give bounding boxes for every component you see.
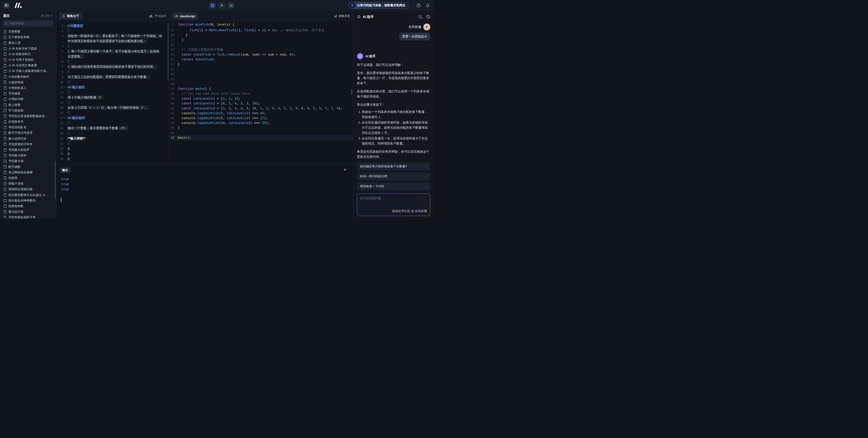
- sidebar-item[interactable]: 最大战力值: [3, 209, 53, 215]
- notifications-button[interactable]: [425, 2, 431, 8]
- history-button[interactable]: [426, 15, 430, 19]
- code-line[interactable]: 30 const catsLevels2 = [6, 5, 4, 3, 2, 1…: [169, 101, 353, 106]
- sidebar-item[interactable]: 优惠券: [3, 175, 53, 181]
- suggested-question-chip[interactable]: 如何确定每只猫的初始鱼干分配量?→: [357, 162, 430, 170]
- code-scrollbar[interactable]: [351, 89, 352, 95]
- markdown-line[interactable]: 72. 猫比他们邻居有更高等级值的分配的鱼干要多于他们的邻居。: [56, 64, 169, 69]
- sidebar-item[interactable]: 小 M 与光明之魂速通: [3, 63, 53, 68]
- markdown-line[interactable]: 8: [56, 69, 169, 74]
- help-button[interactable]: [415, 2, 422, 8]
- close-icon[interactable]: ✕: [344, 168, 346, 171]
- markdown-line[interactable]: 19输出一个整数，表示需要的鱼干数量（斤）: [56, 126, 169, 131]
- code-line[interactable]: 36: [169, 130, 353, 135]
- markdown-line[interactable]: 18: [56, 121, 169, 126]
- code-line[interactable]: 1function minFish(N, levels) {: [169, 22, 353, 27]
- sidebar-item[interactable]: 找单独的数: [3, 204, 53, 209]
- markdown-line[interactable]: 1# 问题描述: [56, 23, 169, 28]
- promo-banner[interactable]: 分享代码练习体验，领限量定制周边: [348, 2, 409, 9]
- sidebar-item[interactable]: 小 M 的星球时代: [3, 52, 53, 57]
- code-line[interactable]: 27function main() {: [169, 86, 353, 91]
- sidebar-item[interactable]: 寻找最大面积: [3, 153, 53, 158]
- sidebar-item[interactable]: 找出整型数组中占比超过 1/...: [3, 192, 53, 197]
- code-line[interactable]: 37main();: [169, 135, 353, 140]
- switch-language-button[interactable]: ⇄ 切换语言: [334, 14, 350, 18]
- markdown-line[interactable]: 11## 输入格式: [56, 85, 169, 90]
- sidebar-item[interactable]: 小包的数列操作: [3, 74, 53, 80]
- markdown-line[interactable]: 14: [56, 100, 169, 105]
- markdown-line[interactable]: 20: [56, 131, 169, 136]
- markdown-line[interactable]: 22: [56, 141, 169, 146]
- add-button[interactable]: [209, 2, 216, 9]
- code-line[interactable]: 17 }: [169, 37, 353, 42]
- sidebar-item[interactable]: 找出最长的神奇数列: [3, 198, 53, 204]
- sidebar-item[interactable]: 学习新技能: [3, 108, 53, 113]
- code-line[interactable]: 35}: [169, 125, 353, 130]
- markdown-line[interactable]: 252: [56, 156, 169, 161]
- markdown-line[interactable]: 4: [56, 44, 169, 49]
- markdown-line[interactable]: 241: [56, 151, 169, 156]
- sidebar-item[interactable]: 最佳人选: [3, 40, 53, 45]
- code-line[interactable]: 21 return totalFish;: [169, 57, 353, 62]
- suggested-question-chip[interactable]: 给我一些代码提示吧→: [357, 173, 430, 180]
- sidebar-item[interactable]: 英雄组合游戏问题: [3, 186, 53, 192]
- sidebar-item[interactable]: 小 M 与狼人拯救者的能力选...: [3, 68, 53, 74]
- chevron-down-icon[interactable]: [64, 117, 66, 119]
- search-box[interactable]: [3, 20, 53, 27]
- sidebar-item[interactable]: 数字字母问号排序: [3, 130, 53, 136]
- markdown-line[interactable]: 13第 1 行输入猫的数量 `N`: [56, 95, 169, 100]
- markdown-line[interactable]: 9为了满足上边的分配规则，需要得到需要的最少鱼干数量。: [56, 74, 169, 80]
- code-line[interactable]: 19 // 计算最少需要的鱼干数量: [169, 47, 353, 52]
- sidebar-item[interactable]: 字符修复: [3, 91, 53, 96]
- sidebar-item[interactable]: 小 M 的多任务下载器: [3, 46, 53, 52]
- code-line[interactable]: 31 const catsLevels3 = [1, 2, 2, 3, 3, 2…: [169, 106, 353, 111]
- sidebar-item[interactable]: 小明的书柜: [3, 96, 53, 102]
- sidebar-item[interactable]: 完美整数: [3, 29, 53, 34]
- code-line[interactable]: 28 // You can add more test cases here: [169, 91, 353, 96]
- sidebar-item[interactable]: 寻找最大的葫芦: [3, 147, 53, 153]
- sidebar-item[interactable]: 比较版本号: [3, 119, 53, 125]
- code-editor-body[interactable]: 1function minFish(N, levels) {15 fish[i]…: [169, 22, 353, 164]
- sidebar-item[interactable]: 线上报警: [3, 102, 53, 107]
- markdown-line[interactable]: 51. 每一只猫至少要分配一斤鱼干，鱼干分配最小单位是斤，必须保证是整数。: [56, 49, 169, 59]
- sidebar-item[interactable]: 小明的机器人: [3, 85, 53, 91]
- sidebar-item[interactable]: 小 M 与弹子游戏机: [3, 57, 53, 63]
- sidebar-item[interactable]: 五子棋获胜策略: [3, 34, 53, 40]
- tab-output[interactable]: 输出: [60, 167, 70, 173]
- chat-input[interactable]: [357, 194, 430, 207]
- chat-input-box[interactable]: 掘金技术社区 @ 吹风影魔: [357, 193, 430, 216]
- sidebar-item[interactable]: 寻找最大值: [3, 158, 53, 164]
- markdown-line[interactable]: 6: [56, 59, 169, 64]
- code-line[interactable]: 20 const totalFish = fish.reduce((sum, n…: [169, 52, 353, 57]
- markdown-line[interactable]: 12: [56, 90, 169, 95]
- tab-language[interactable]: JS JavaScript: [172, 12, 198, 20]
- markdown-line[interactable]: 21**输入样例**: [56, 136, 169, 141]
- run-button[interactable]: [219, 2, 225, 9]
- sidebar-toggle-button[interactable]: [3, 2, 10, 9]
- sidebar-item[interactable]: 小超的游戏: [3, 80, 53, 85]
- code-line[interactable]: 22}: [169, 62, 353, 67]
- suggested-question-chip[interactable]: 帮我检查一下代码→: [357, 183, 430, 190]
- sidebar-item[interactable]: 字符串最短循环子串: [3, 215, 53, 219]
- code-line[interactable]: 16 }: [169, 33, 353, 37]
- markdown-line[interactable]: 3假如有一群猫排成一行，要分配鱼干，每一只猫都有一个等级值。你作为管理员有很多鱼…: [56, 33, 169, 44]
- code-line[interactable]: 34 console.log(minFish(20, catsLevels3) …: [169, 121, 353, 125]
- sidebar-item[interactable]: 有点限制地走楼梯: [3, 170, 53, 175]
- description-body[interactable]: 1# 问题描述23假如有一群猫排成一行，要分配鱼干，每一只猫都有一个等级值。你作…: [56, 22, 169, 164]
- markdown-line[interactable]: 17## 输出格式: [56, 116, 169, 121]
- sidebar-item[interactable]: 最小趋同代价: [3, 136, 53, 142]
- code-line[interactable]: 23: [169, 67, 353, 72]
- debug-button[interactable]: [228, 2, 235, 9]
- sidebar-item[interactable]: 寻找原来的字符串: [3, 142, 53, 147]
- markdown-line[interactable]: 233: [56, 146, 169, 151]
- markdown-line[interactable]: 10: [56, 80, 169, 85]
- tab-problem[interactable]: 猫鱼分干: [59, 12, 82, 20]
- code-line[interactable]: 32 console.log(minFish(3, catsLevels1) =…: [169, 111, 353, 116]
- fold-chevron[interactable]: [63, 23, 67, 28]
- chevron-down-icon[interactable]: [64, 25, 66, 27]
- fold-chevron[interactable]: [63, 116, 67, 121]
- code-line[interactable]: 29 const catsLevels1 = [1, 2, 2];: [169, 96, 353, 101]
- sidebar-item[interactable]: 摇骰子游戏: [3, 181, 53, 186]
- code-line[interactable]: 33 console.log(minFish(6, catsLevels2) =…: [169, 116, 353, 121]
- fold-chevron[interactable]: [63, 85, 67, 90]
- code-line[interactable]: 26: [169, 82, 353, 86]
